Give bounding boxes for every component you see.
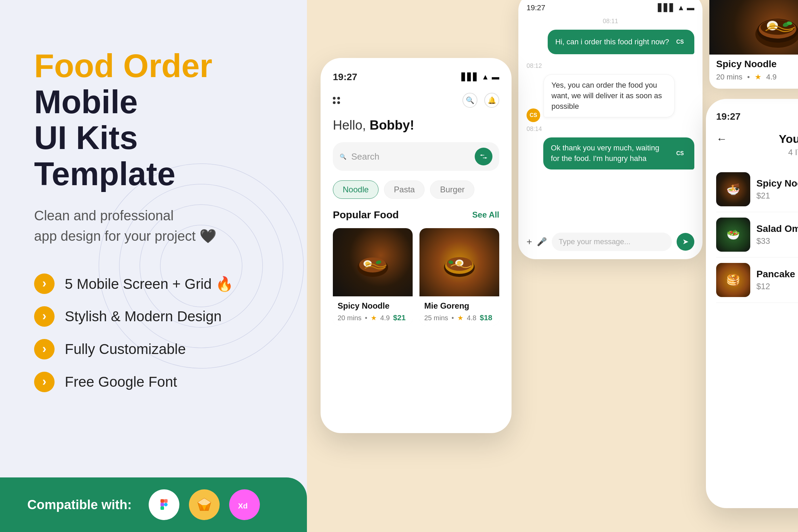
spicy-noodle-rating: 4.9 <box>766 73 777 82</box>
status-bar-phone1: 19:27 ▋▋▋ ▲ ▬ <box>333 72 499 83</box>
feature-icon-3 <box>34 339 55 359</box>
signal-icon: ▋▋▋ <box>461 73 479 82</box>
chat-time-stamp-2: 08:12 <box>527 62 694 70</box>
cart-item-2: 🥗 Salad Ommy $33 − 01 + ⋮ <box>716 212 798 257</box>
left-section: Food Order Mobile UI Kits Template Clean… <box>0 0 307 532</box>
spicy-noodle-name: Spicy Noodle <box>716 59 798 70</box>
food-card-info-2: Mie Goreng 25 mins • ★ 4.8 $18 <box>419 296 499 326</box>
cat-noodle[interactable]: Noodle <box>333 180 379 199</box>
svg-point-42 <box>457 261 462 265</box>
svg-rect-5 <box>161 499 164 503</box>
feature-icon-4 <box>34 372 55 392</box>
spicy-noodle-card: Spicy Noodle 20 mins • ★ 4.9 $213 <box>709 0 798 89</box>
msg-bubble-2: Yes, you can order the food you want, we… <box>544 74 675 117</box>
cart-item-price-1: $21 <box>756 191 798 201</box>
food-name-1: Spicy Noodle <box>338 301 408 311</box>
cart-status-time: 19:27 <box>716 111 741 122</box>
status-icons-phone1: ▋▋▋ ▲ ▬ <box>461 73 499 82</box>
chat-status-icons: ▋▋▋ ▲ ▬ <box>658 3 694 12</box>
popular-header: Popular Food See All <box>333 209 499 221</box>
search-icon-header[interactable]: 🔍 <box>462 93 477 108</box>
cat-burger[interactable]: Burger <box>430 180 474 199</box>
cart-header: ← Your Cart <box>716 132 798 146</box>
greeting-text: Hello, Bobby! <box>333 118 499 133</box>
feature-text-3: Fully Customizable <box>65 341 186 357</box>
chat-message-input[interactable]: Type your message... <box>552 233 672 251</box>
headline-food-order: Food Order <box>34 47 212 84</box>
other-avatar: CS <box>527 108 540 122</box>
cart-item-name-3: Pancake <box>756 269 798 280</box>
chat-input-bar: + 🎤 Type your message... ➤ <box>518 233 703 251</box>
cart-item-info-3: Pancake $12 <box>756 269 798 291</box>
chat-mic-icon[interactable]: 🎤 <box>537 237 547 247</box>
cart-item-name-1: Spicy Noodle <box>756 178 798 189</box>
food-card-1[interactable]: Spicy Noodle 20 mins • ★ 4.9 $21 <box>333 228 413 326</box>
cart-status-bar: 19:27 ▋▋▋ ▲ ▬ <box>716 111 798 122</box>
feature-text-1: 5 Mobile Screen + Grid 🔥 <box>65 276 233 292</box>
search-bar[interactable]: 🔍 Search <box>333 142 499 171</box>
cart-item-3: 🥞 Pancake $12 − 01 + ⋮ <box>716 257 798 303</box>
compat-icons: Xd <box>149 489 260 520</box>
msg-row-3: Ok thank you very much, waiting for the … <box>527 137 694 174</box>
compat-bar: Compatible with: <box>0 477 307 532</box>
food-image-goreng <box>419 228 499 296</box>
msg-bubble-3: Ok thank you very much, waiting for the … <box>543 137 694 169</box>
figma-icon <box>149 489 179 520</box>
cart-item-img-1: 🍜 <box>716 172 750 206</box>
search-input[interactable]: Search <box>351 151 470 162</box>
feature-item-4: Free Google Font <box>34 372 280 392</box>
status-time-phone1: 19:27 <box>333 72 357 83</box>
feature-item-3: Fully Customizable <box>34 339 280 359</box>
food-image-noodle <box>333 228 413 296</box>
battery-icon: ▬ <box>492 73 499 82</box>
food-card-2[interactable]: Mie Goreng 25 mins • ★ 4.8 $18 <box>419 228 499 326</box>
food-meta-2: 25 mins • ★ 4.8 $18 <box>424 313 494 322</box>
svg-rect-7 <box>161 503 164 506</box>
msg-bubble-1: Hi, can i order this food right now? CS <box>548 30 694 54</box>
food-name-2: Mie Goreng <box>424 301 494 311</box>
category-tabs: Noodle Pasta Burger <box>333 180 499 199</box>
chat-time-stamp-3: 08:14 <box>527 125 694 133</box>
chat-send-button[interactable]: ➤ <box>677 233 694 251</box>
bell-icon[interactable]: 🔔 <box>484 93 499 108</box>
chat-plus-icon[interactable]: + <box>527 236 532 247</box>
spicy-noodle-image <box>709 0 798 55</box>
popular-title: Popular Food <box>333 209 399 221</box>
chat-time-stamp-1: 08:11 <box>527 18 694 25</box>
cart-item-img-3: 🥞 <box>716 263 750 297</box>
menu-dots[interactable] <box>333 97 340 104</box>
user-avatar-2: CS <box>673 147 687 160</box>
msg-row-1: Hi, can i order this food right now? CS <box>527 30 694 59</box>
food-grid: Spicy Noodle 20 mins • ★ 4.9 $21 <box>333 228 499 326</box>
filter-button[interactable] <box>475 148 492 165</box>
cart-item-info-2: Salad Ommy $33 <box>756 223 798 246</box>
msg-row-2: CS Yes, you can order the food you want,… <box>527 74 694 122</box>
right-section: Spicy Noodle 20 mins • ★ 4.9 $213 19:27 … <box>307 0 798 532</box>
cart-item-name-2: Salad Ommy <box>756 223 798 234</box>
cart-title: Your Cart <box>734 132 798 146</box>
feature-icon-1 <box>34 274 55 294</box>
header-icons: 🔍 🔔 <box>462 93 499 108</box>
see-all-link[interactable]: See All <box>472 210 499 220</box>
chat-status-bar: 19:27 ▋▋▋ ▲ ▬ <box>527 3 694 12</box>
cat-pasta[interactable]: Pasta <box>384 180 425 199</box>
svg-rect-6 <box>164 499 167 503</box>
phone-cart-screen: 19:27 ▋▋▋ ▲ ▬ ← Your Cart 4 ITEM 🍜 <box>706 99 798 508</box>
user-avatar-1: CS <box>673 35 687 49</box>
food-meta-1: 20 mins • ★ 4.9 $21 <box>338 313 408 322</box>
search-icon-bar: 🔍 <box>340 153 346 160</box>
cart-item-price-2: $33 <box>756 236 798 246</box>
wifi-icon: ▲ <box>482 73 489 82</box>
spicy-noodle-star: ★ <box>755 73 762 82</box>
back-button[interactable]: ← <box>716 133 727 145</box>
phone-header: 🔍 🔔 <box>333 93 499 108</box>
cart-item-price-3: $12 <box>756 282 798 291</box>
features-list: 5 Mobile Screen + Grid 🔥 Stylish & Moder… <box>34 274 280 392</box>
feature-item-1: 5 Mobile Screen + Grid 🔥 <box>34 274 280 294</box>
svg-rect-8 <box>161 506 164 510</box>
xd-icon: Xd <box>229 489 260 520</box>
svg-point-34 <box>359 257 386 272</box>
feature-text-2: Stylish & Modern Design <box>65 308 222 325</box>
sketch-icon <box>189 489 220 520</box>
cart-item-1: 🍜 Spicy Noodle $21 − 01 + ⋮ <box>716 167 798 212</box>
